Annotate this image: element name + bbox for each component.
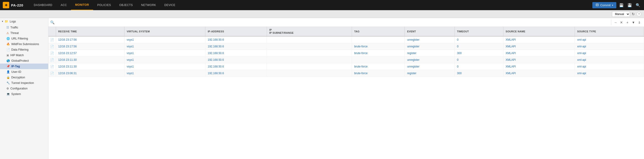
cell-source-name[interactable]: XMLAPI: [503, 63, 574, 70]
col-source-type[interactable]: SOURCE TYPE: [575, 27, 644, 36]
cell-source-type[interactable]: xml-api: [575, 36, 644, 43]
sidebar-item-url-filtering[interactable]: 🌐 URL Filtering: [0, 36, 48, 41]
cell-tag[interactable]: brute-force: [352, 50, 405, 57]
sidebar-item-system[interactable]: 💻 System: [0, 91, 48, 97]
sidebar-item-configuration[interactable]: ⚙ Configuration: [0, 86, 48, 91]
col-source-name[interactable]: SOURCE NAME: [503, 27, 574, 36]
cell-ip-address[interactable]: 192.168.50.6: [205, 57, 267, 63]
cell-event[interactable]: unregister: [405, 43, 454, 50]
col-ip-address[interactable]: IP-ADDRESS: [205, 27, 267, 36]
sidebar-item-system-label: System: [11, 93, 21, 96]
col-ip-subnet-range[interactable]: IPIP SUBNET/RANGE: [267, 27, 352, 36]
cell-source-type[interactable]: xml-api: [575, 63, 644, 70]
sidebar-group-logs[interactable]: ▾ 📁 Logs: [0, 18, 48, 25]
cell-timeout[interactable]: 300: [454, 70, 503, 77]
cell-receive-time[interactable]: 12/16 23:11:30: [56, 57, 124, 63]
cell-receive-time[interactable]: 12/16 23:06:31: [56, 70, 124, 77]
cell-event[interactable]: unregister: [405, 57, 454, 63]
sidebar-item-user-id[interactable]: 👤 User-ID: [0, 69, 48, 75]
cell-source-name[interactable]: XMLAPI: [503, 70, 574, 77]
cell-source-name[interactable]: XMLAPI: [503, 36, 574, 43]
cell-tag: [352, 57, 405, 63]
nav-item-objects[interactable]: OBJECTS: [115, 0, 137, 10]
cell-ip-address[interactable]: 192.168.50.6: [205, 43, 267, 50]
nav-item-monitor[interactable]: MONITOR: [71, 0, 93, 10]
cell-source-type[interactable]: xml-api: [575, 50, 644, 57]
help-icon[interactable]: ?: [636, 12, 641, 16]
cell-ip-address[interactable]: 192.168.50.6: [205, 36, 267, 43]
col-timeout[interactable]: TIMEOUT: [454, 27, 503, 36]
row-detail-icon[interactable]: 📄: [48, 70, 56, 77]
search-filter-btn[interactable]: ▼: [631, 20, 636, 25]
cell-event[interactable]: register: [405, 50, 454, 57]
cell-timeout[interactable]: 0: [454, 36, 503, 43]
cell-tag[interactable]: brute-force: [352, 63, 405, 70]
save2-icon-btn[interactable]: 💾: [626, 2, 633, 8]
search-add-btn[interactable]: +: [625, 20, 630, 25]
cell-tag[interactable]: brute-force: [352, 70, 405, 77]
sidebar-item-globalprotect[interactable]: 🌎 GlobalProtect: [0, 58, 48, 63]
cell-virtual-system[interactable]: vsys1: [124, 70, 205, 77]
cell-virtual-system[interactable]: vsys1: [124, 50, 205, 57]
cell-receive-time[interactable]: 12/16 23:17:56: [56, 36, 124, 43]
sidebar-item-tunnel-inspection[interactable]: 🔧 Tunnel Inspection: [0, 80, 48, 86]
row-detail-icon[interactable]: 📄: [48, 63, 56, 70]
cell-virtual-system[interactable]: vsys1: [124, 36, 205, 43]
row-detail-icon[interactable]: 📄: [48, 43, 56, 50]
cell-virtual-system[interactable]: vsys1: [124, 43, 205, 50]
refresh-icon[interactable]: ↻: [632, 12, 635, 16]
cell-virtual-system[interactable]: vsys1: [124, 57, 205, 63]
nav-item-network[interactable]: NETWORK: [137, 0, 160, 10]
cell-event[interactable]: unregister: [405, 63, 454, 70]
cell-virtual-system[interactable]: vsys1: [124, 63, 205, 70]
row-detail-icon[interactable]: 📄: [48, 36, 56, 43]
col-receive-time[interactable]: RECEIVE TIME: [56, 27, 124, 36]
cell-source-name[interactable]: XMLAPI: [503, 43, 574, 50]
cell-timeout[interactable]: 0: [454, 43, 503, 50]
manual-select[interactable]: Manual: [612, 11, 630, 17]
cell-timeout[interactable]: 300: [454, 50, 503, 57]
nav-item-policies[interactable]: POLICIES: [93, 0, 115, 10]
col-icon: [48, 27, 56, 36]
nav-item-dashboard[interactable]: DASHBOARD: [30, 0, 57, 10]
sidebar-item-data-label: Data Filtering: [11, 48, 28, 51]
sidebar-item-threat[interactable]: ⚠ Threat: [0, 30, 48, 36]
cell-ip-address[interactable]: 192.168.50.6: [205, 70, 267, 77]
cell-event[interactable]: unregister: [405, 36, 454, 43]
cell-ip-address[interactable]: 192.168.50.6: [205, 50, 267, 57]
cell-source-type[interactable]: xml-api: [575, 43, 644, 50]
cell-receive-time[interactable]: 12/16 23:12:57: [56, 50, 124, 57]
col-virtual-system[interactable]: VIRTUAL SYSTEM: [124, 27, 205, 36]
cell-receive-time[interactable]: 12/16 23:11:30: [56, 63, 124, 70]
commit-button[interactable]: Commit ▾: [592, 2, 616, 8]
sidebar-item-decryption[interactable]: 🔒 Decryption: [0, 75, 48, 80]
sidebar-item-wildfire[interactable]: 🔥 WildFire Submissions: [0, 41, 48, 47]
row-detail-icon[interactable]: 📄: [48, 50, 56, 57]
cell-timeout[interactable]: 0: [454, 57, 503, 63]
cell-event[interactable]: register: [405, 70, 454, 77]
save-icon-btn[interactable]: 💾: [618, 2, 625, 8]
nav-item-acc[interactable]: ACC: [56, 0, 71, 10]
cell-source-name[interactable]: XMLAPI: [503, 57, 574, 63]
sidebar-item-data-filtering[interactable]: 📄 Data Filtering: [0, 47, 48, 52]
search-forward-btn[interactable]: →: [613, 20, 618, 25]
sidebar-item-traffic[interactable]: ☷ Traffic: [0, 25, 48, 30]
sidebar-item-hip-match[interactable]: ▣ HIP Match: [0, 52, 48, 58]
search-nav-btn[interactable]: 🔍: [635, 2, 641, 8]
sidebar-item-traffic-label: Traffic: [10, 26, 18, 29]
cell-ip-address[interactable]: 192.168.50.6: [205, 63, 267, 70]
cell-timeout[interactable]: 0: [454, 63, 503, 70]
search-close-btn[interactable]: ✕: [619, 20, 624, 25]
cell-source-type[interactable]: xml-api: [575, 57, 644, 63]
search-input[interactable]: [56, 21, 610, 24]
nav-item-device[interactable]: DEVICE: [160, 0, 180, 10]
col-tag[interactable]: TAG: [352, 27, 405, 36]
cell-source-type[interactable]: xml-api: [575, 70, 644, 77]
cell-source-name[interactable]: XMLAPI: [503, 50, 574, 57]
search-export-btn[interactable]: ⇓: [636, 20, 642, 25]
cell-tag[interactable]: brute-force: [352, 43, 405, 50]
sidebar-item-ip-tag[interactable]: 📌 IP-Tag: [0, 63, 48, 69]
row-detail-icon[interactable]: 📄: [48, 57, 56, 63]
cell-receive-time[interactable]: 12/16 23:17:56: [56, 43, 124, 50]
col-event[interactable]: EVENT: [405, 27, 454, 36]
